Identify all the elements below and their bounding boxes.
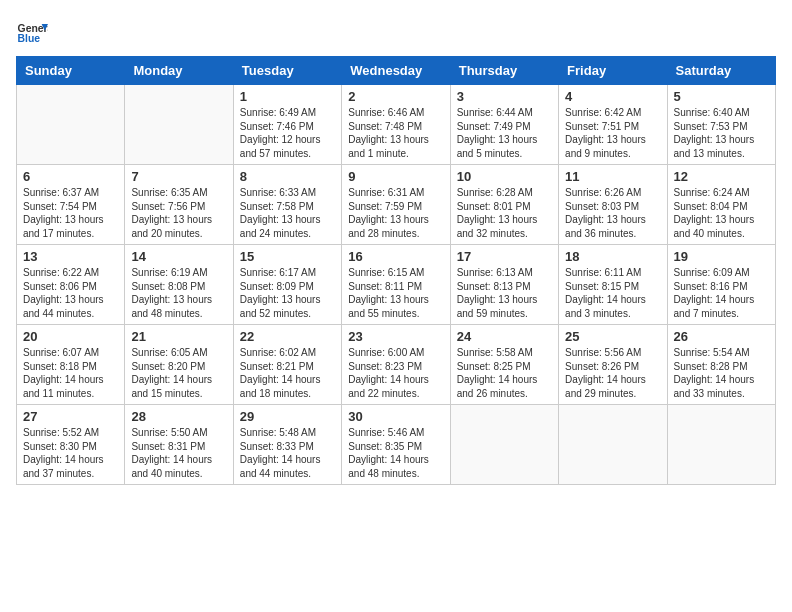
day-number: 18 [565,249,660,264]
calendar-cell [125,85,233,165]
calendar-cell: 8Sunrise: 6:33 AM Sunset: 7:58 PM Daylig… [233,165,341,245]
calendar-cell: 9Sunrise: 6:31 AM Sunset: 7:59 PM Daylig… [342,165,450,245]
day-info: Sunrise: 6:33 AM Sunset: 7:58 PM Dayligh… [240,186,335,240]
day-info: Sunrise: 6:26 AM Sunset: 8:03 PM Dayligh… [565,186,660,240]
day-number: 20 [23,329,118,344]
calendar: SundayMondayTuesdayWednesdayThursdayFrid… [16,56,776,485]
day-number: 26 [674,329,769,344]
calendar-cell: 25Sunrise: 5:56 AM Sunset: 8:26 PM Dayli… [559,325,667,405]
calendar-cell: 2Sunrise: 6:46 AM Sunset: 7:48 PM Daylig… [342,85,450,165]
day-info: Sunrise: 6:40 AM Sunset: 7:53 PM Dayligh… [674,106,769,160]
day-info: Sunrise: 6:05 AM Sunset: 8:20 PM Dayligh… [131,346,226,400]
day-info: Sunrise: 6:11 AM Sunset: 8:15 PM Dayligh… [565,266,660,320]
calendar-week-row: 1Sunrise: 6:49 AM Sunset: 7:46 PM Daylig… [17,85,776,165]
day-number: 6 [23,169,118,184]
calendar-week-row: 27Sunrise: 5:52 AM Sunset: 8:30 PM Dayli… [17,405,776,485]
day-number: 3 [457,89,552,104]
header: General Blue [16,16,776,48]
day-number: 17 [457,249,552,264]
calendar-cell: 16Sunrise: 6:15 AM Sunset: 8:11 PM Dayli… [342,245,450,325]
day-number: 29 [240,409,335,424]
day-header-monday: Monday [125,57,233,85]
calendar-week-row: 6Sunrise: 6:37 AM Sunset: 7:54 PM Daylig… [17,165,776,245]
day-number: 22 [240,329,335,344]
day-info: Sunrise: 6:07 AM Sunset: 8:18 PM Dayligh… [23,346,118,400]
day-number: 27 [23,409,118,424]
day-number: 24 [457,329,552,344]
day-info: Sunrise: 6:44 AM Sunset: 7:49 PM Dayligh… [457,106,552,160]
calendar-cell [450,405,558,485]
day-info: Sunrise: 5:54 AM Sunset: 8:28 PM Dayligh… [674,346,769,400]
calendar-cell: 6Sunrise: 6:37 AM Sunset: 7:54 PM Daylig… [17,165,125,245]
day-number: 4 [565,89,660,104]
calendar-cell: 7Sunrise: 6:35 AM Sunset: 7:56 PM Daylig… [125,165,233,245]
calendar-cell: 19Sunrise: 6:09 AM Sunset: 8:16 PM Dayli… [667,245,775,325]
calendar-cell: 26Sunrise: 5:54 AM Sunset: 8:28 PM Dayli… [667,325,775,405]
calendar-cell: 3Sunrise: 6:44 AM Sunset: 7:49 PM Daylig… [450,85,558,165]
calendar-cell: 15Sunrise: 6:17 AM Sunset: 8:09 PM Dayli… [233,245,341,325]
day-info: Sunrise: 6:00 AM Sunset: 8:23 PM Dayligh… [348,346,443,400]
day-info: Sunrise: 6:31 AM Sunset: 7:59 PM Dayligh… [348,186,443,240]
day-number: 28 [131,409,226,424]
day-info: Sunrise: 5:50 AM Sunset: 8:31 PM Dayligh… [131,426,226,480]
calendar-cell: 18Sunrise: 6:11 AM Sunset: 8:15 PM Dayli… [559,245,667,325]
logo: General Blue [16,16,48,48]
svg-text:Blue: Blue [18,33,41,44]
day-info: Sunrise: 5:48 AM Sunset: 8:33 PM Dayligh… [240,426,335,480]
calendar-cell: 23Sunrise: 6:00 AM Sunset: 8:23 PM Dayli… [342,325,450,405]
day-number: 23 [348,329,443,344]
calendar-week-row: 20Sunrise: 6:07 AM Sunset: 8:18 PM Dayli… [17,325,776,405]
day-header-wednesday: Wednesday [342,57,450,85]
day-info: Sunrise: 6:19 AM Sunset: 8:08 PM Dayligh… [131,266,226,320]
day-number: 16 [348,249,443,264]
calendar-cell [559,405,667,485]
day-info: Sunrise: 6:42 AM Sunset: 7:51 PM Dayligh… [565,106,660,160]
calendar-cell: 27Sunrise: 5:52 AM Sunset: 8:30 PM Dayli… [17,405,125,485]
calendar-cell: 20Sunrise: 6:07 AM Sunset: 8:18 PM Dayli… [17,325,125,405]
calendar-cell: 14Sunrise: 6:19 AM Sunset: 8:08 PM Dayli… [125,245,233,325]
calendar-cell: 21Sunrise: 6:05 AM Sunset: 8:20 PM Dayli… [125,325,233,405]
day-info: Sunrise: 5:46 AM Sunset: 8:35 PM Dayligh… [348,426,443,480]
logo-icon: General Blue [16,16,48,48]
day-number: 7 [131,169,226,184]
calendar-cell: 22Sunrise: 6:02 AM Sunset: 8:21 PM Dayli… [233,325,341,405]
day-header-friday: Friday [559,57,667,85]
day-number: 12 [674,169,769,184]
day-number: 9 [348,169,443,184]
calendar-cell: 13Sunrise: 6:22 AM Sunset: 8:06 PM Dayli… [17,245,125,325]
day-header-thursday: Thursday [450,57,558,85]
day-number: 21 [131,329,226,344]
day-header-saturday: Saturday [667,57,775,85]
day-info: Sunrise: 6:37 AM Sunset: 7:54 PM Dayligh… [23,186,118,240]
calendar-cell: 10Sunrise: 6:28 AM Sunset: 8:01 PM Dayli… [450,165,558,245]
day-number: 15 [240,249,335,264]
day-info: Sunrise: 5:56 AM Sunset: 8:26 PM Dayligh… [565,346,660,400]
day-number: 25 [565,329,660,344]
calendar-cell: 29Sunrise: 5:48 AM Sunset: 8:33 PM Dayli… [233,405,341,485]
calendar-cell: 17Sunrise: 6:13 AM Sunset: 8:13 PM Dayli… [450,245,558,325]
day-info: Sunrise: 6:02 AM Sunset: 8:21 PM Dayligh… [240,346,335,400]
calendar-cell: 4Sunrise: 6:42 AM Sunset: 7:51 PM Daylig… [559,85,667,165]
day-number: 10 [457,169,552,184]
calendar-cell: 24Sunrise: 5:58 AM Sunset: 8:25 PM Dayli… [450,325,558,405]
calendar-cell: 1Sunrise: 6:49 AM Sunset: 7:46 PM Daylig… [233,85,341,165]
calendar-cell: 30Sunrise: 5:46 AM Sunset: 8:35 PM Dayli… [342,405,450,485]
calendar-cell: 5Sunrise: 6:40 AM Sunset: 7:53 PM Daylig… [667,85,775,165]
day-info: Sunrise: 6:24 AM Sunset: 8:04 PM Dayligh… [674,186,769,240]
day-info: Sunrise: 6:17 AM Sunset: 8:09 PM Dayligh… [240,266,335,320]
calendar-header-row: SundayMondayTuesdayWednesdayThursdayFrid… [17,57,776,85]
day-number: 8 [240,169,335,184]
day-info: Sunrise: 6:35 AM Sunset: 7:56 PM Dayligh… [131,186,226,240]
day-number: 11 [565,169,660,184]
calendar-week-row: 13Sunrise: 6:22 AM Sunset: 8:06 PM Dayli… [17,245,776,325]
day-info: Sunrise: 5:52 AM Sunset: 8:30 PM Dayligh… [23,426,118,480]
day-header-sunday: Sunday [17,57,125,85]
day-number: 13 [23,249,118,264]
calendar-cell: 28Sunrise: 5:50 AM Sunset: 8:31 PM Dayli… [125,405,233,485]
day-number: 1 [240,89,335,104]
day-number: 30 [348,409,443,424]
day-info: Sunrise: 6:49 AM Sunset: 7:46 PM Dayligh… [240,106,335,160]
day-info: Sunrise: 6:22 AM Sunset: 8:06 PM Dayligh… [23,266,118,320]
day-number: 5 [674,89,769,104]
day-number: 19 [674,249,769,264]
